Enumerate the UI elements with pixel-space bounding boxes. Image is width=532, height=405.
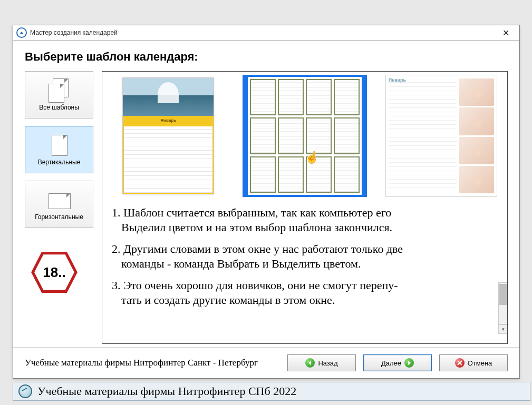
explain-line: команды - команда Выбрать и Выделить цве… [112, 256, 498, 271]
taskbar-caption: Учебные материалы фирмы Нитрофинтер СПб … [13, 382, 530, 401]
explain-line: 1. Шаблон считается выбранным, так как к… [112, 206, 391, 219]
template-1-month: Январь [123, 116, 214, 125]
template-thumb-3[interactable] [383, 75, 499, 197]
page-portrait-icon [49, 133, 70, 156]
explain-line: тать и создать другие команды в этом окн… [112, 293, 498, 308]
titlebar: Мастер создания календарей ✕ [13, 25, 519, 41]
window-title: Мастер создания календарей [30, 29, 118, 36]
footer-text: Учебные материалы фирмы Нитрофинтер Санк… [25, 358, 258, 368]
category-horizontal[interactable]: Горизонтальные [25, 181, 93, 228]
category-all-templates[interactable]: Все шаблоны [25, 71, 93, 118]
wizard-footer: Учебные материалы фирмы Нитрофинтер Санк… [13, 347, 519, 378]
back-label: Назад [318, 359, 337, 367]
category-sidebar: Все шаблоны Вертикальные Горизонтальные [25, 71, 93, 344]
template-gallery: Январь ☝ [102, 71, 508, 344]
pages-icon [49, 78, 70, 102]
next-button[interactable]: Далее [363, 354, 432, 371]
app-icon [16, 27, 27, 38]
explain-line: 2. Другими словами в этом окне у нас раб… [112, 242, 403, 255]
arrow-right-icon [404, 358, 414, 368]
explain-line: 3. Это очень хорошо для новичков, они не… [112, 279, 398, 292]
category-label: Горизонтальные [35, 213, 83, 221]
cancel-button[interactable]: Отмена [439, 354, 508, 371]
close-icon[interactable]: ✕ [495, 27, 516, 38]
status-text: Учебные материалы фирмы Нитрофинтер СПб … [37, 384, 296, 398]
arrow-left-icon [305, 358, 315, 368]
template-thumb-2-selected[interactable]: ☝ [243, 75, 367, 197]
category-label: Все шаблоны [39, 104, 79, 111]
template-thumb-1[interactable]: Январь [110, 75, 226, 197]
back-button[interactable]: Назад [287, 354, 356, 371]
category-vertical[interactable]: Вертикальные [25, 126, 93, 173]
scroll-down-icon[interactable]: ▾ [498, 324, 508, 334]
page-landscape-icon [49, 188, 70, 211]
step-badge: 18.. [30, 251, 79, 293]
page-heading: Выберите шаблон календаря: [25, 50, 508, 64]
cancel-label: Отмена [468, 359, 492, 367]
cancel-icon [455, 358, 465, 368]
step-number: 18.. [30, 251, 79, 293]
category-label: Вертикальные [38, 159, 81, 166]
explain-line: Выделил цветом и на этом выбор шаблона з… [112, 220, 498, 235]
explanation-text: 1. Шаблон считается выбранным, так как к… [108, 200, 502, 307]
wizard-dialog: Мастер создания календарей ✕ Выберите ша… [13, 25, 520, 379]
template-3-month [389, 78, 457, 193]
clock-icon [18, 384, 32, 398]
gallery-scrollbar[interactable]: ▾ [498, 282, 507, 335]
next-label: Далее [381, 359, 401, 367]
